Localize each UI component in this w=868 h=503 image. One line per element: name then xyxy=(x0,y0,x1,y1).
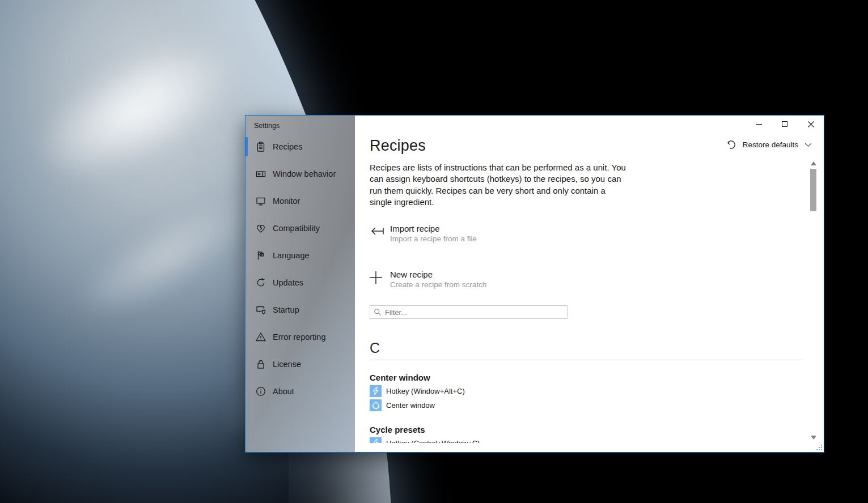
import-recipe-button[interactable]: Import recipe Import a recipe from a fil… xyxy=(370,223,803,244)
sidebar-item-recipes[interactable]: Recipes xyxy=(245,133,355,160)
undo-icon xyxy=(726,139,736,150)
sidebar-item-label: Recipes xyxy=(273,142,302,151)
sidebar-item-label: Updates xyxy=(273,278,303,287)
sidebar-item-about[interactable]: About xyxy=(245,378,355,405)
filter-input[interactable] xyxy=(370,305,568,319)
section-divider xyxy=(370,360,803,360)
sidebar-item-error-reporting[interactable]: Error reporting xyxy=(245,323,355,351)
sidebar-item-compatibility[interactable]: Compatibility xyxy=(245,215,355,242)
import-recipe-subtitle: Import a recipe from a file xyxy=(390,234,477,244)
maximize-icon xyxy=(782,121,787,127)
resize-grip[interactable] xyxy=(815,443,823,451)
sidebar-item-label: Startup xyxy=(273,305,299,314)
new-recipe-title: New recipe xyxy=(390,269,486,280)
recipe-name: Center window xyxy=(370,373,803,383)
new-recipe-subtitle: Create a recipe from scratch xyxy=(390,280,486,290)
lightning-icon xyxy=(370,437,382,443)
startup-window-shield-icon xyxy=(255,304,267,316)
sidebar: Settings Recipes xyxy=(245,116,355,452)
import-arrow-icon xyxy=(370,225,384,237)
scroll-up-arrow-icon[interactable] xyxy=(811,161,816,165)
sidebar-item-updates[interactable]: Updates xyxy=(245,269,355,296)
page-description: Recipes are lists of instructions that c… xyxy=(370,162,626,208)
sidebar-item-language[interactable]: Language xyxy=(245,242,355,269)
sidebar-item-label: Language xyxy=(273,251,310,260)
maximize-button[interactable] xyxy=(772,116,798,133)
sidebar-item-monitor[interactable]: Monitor xyxy=(245,187,355,215)
recipe-row-label: Hotkey (Window+Alt+C) xyxy=(386,387,465,395)
gear-icon xyxy=(370,399,382,411)
recipe-row-hotkey[interactable]: Hotkey (Window+Alt+C) xyxy=(370,385,803,397)
sidebar-item-license[interactable]: License xyxy=(245,351,355,378)
sidebar-item-window-behavior[interactable]: Window behavior xyxy=(245,160,355,187)
chevron-down-icon[interactable] xyxy=(805,143,812,147)
restore-defaults-button[interactable]: Restore defaults xyxy=(726,139,812,150)
sidebar-item-label: License xyxy=(273,360,301,369)
warning-triangle-icon xyxy=(255,331,267,343)
close-button[interactable] xyxy=(798,116,824,133)
filter-field-wrap xyxy=(370,305,568,319)
scroll-down-arrow-icon[interactable] xyxy=(811,436,816,440)
recipe-row-label: Center window xyxy=(386,401,435,410)
compatibility-heart-icon xyxy=(255,222,267,235)
import-recipe-title: Import recipe xyxy=(390,223,477,234)
recipe-name: Cycle presets xyxy=(370,425,803,435)
monitor-icon xyxy=(255,195,267,207)
sidebar-item-startup[interactable]: Startup xyxy=(245,296,355,323)
new-recipe-button[interactable]: New recipe Create a recipe from scratch xyxy=(370,269,803,290)
recipe-row-hotkey[interactable]: Hotkey (Control+Window+C) xyxy=(370,437,803,443)
window-title: Settings xyxy=(254,122,280,130)
clipboard-icon xyxy=(255,140,267,153)
close-icon xyxy=(808,121,814,127)
scrollbar-thumb[interactable] xyxy=(810,169,816,211)
updates-refresh-icon xyxy=(255,276,267,289)
sidebar-nav: Recipes Window behavior Monitor xyxy=(245,133,355,405)
main-panel: Restore defaults Recipes Recipes are lis… xyxy=(355,116,824,452)
section-letter: C xyxy=(370,340,803,356)
sidebar-item-label: Compatibility xyxy=(273,224,320,233)
window-caption-buttons xyxy=(746,116,824,133)
recipes-content: Recipes Recipes are lists of instruction… xyxy=(370,137,803,443)
sidebar-item-label: Window behavior xyxy=(273,169,336,178)
info-circle-icon xyxy=(255,385,267,398)
minimize-icon xyxy=(756,124,762,125)
minimize-button[interactable] xyxy=(746,116,772,133)
restore-defaults-label: Restore defaults xyxy=(743,140,798,149)
recipe-row-label: Hotkey (Control+Window+C) xyxy=(386,439,480,443)
settings-window: Settings Recipes xyxy=(245,115,824,453)
plus-icon xyxy=(370,271,384,284)
recipe-row-action[interactable]: Center window xyxy=(370,399,803,411)
language-flag-icon xyxy=(255,249,267,262)
window-behavior-icon xyxy=(255,168,267,180)
lightning-icon xyxy=(370,385,382,397)
vertical-scrollbar xyxy=(810,161,817,440)
sidebar-item-label: About xyxy=(273,387,294,396)
sidebar-item-label: Error reporting xyxy=(273,333,325,342)
sidebar-item-label: Monitor xyxy=(273,197,300,206)
lock-icon xyxy=(255,358,267,370)
selected-indicator xyxy=(245,137,248,156)
